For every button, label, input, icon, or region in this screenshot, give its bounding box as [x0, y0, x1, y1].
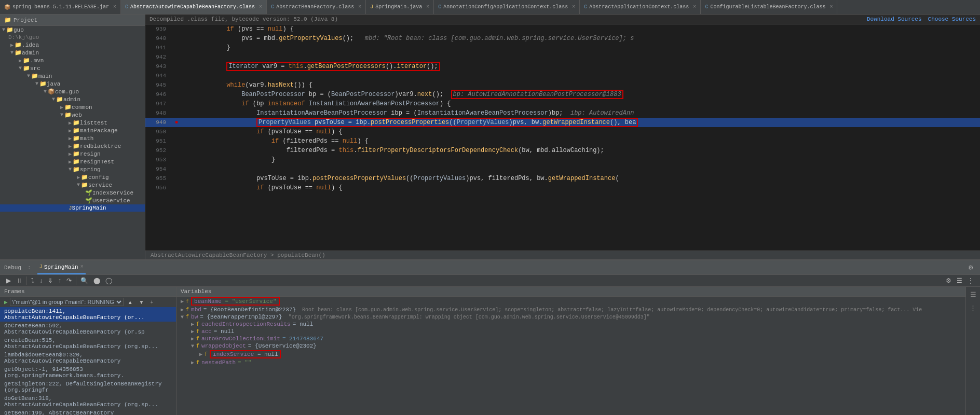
- var-item-cached[interactable]: ▶ f cachedIntrospectionResults = null: [176, 321, 965, 328]
- folder-icon: 📁: [56, 96, 63, 103]
- code-line-956: 956 if (pvsToUse == null) {: [145, 183, 980, 192]
- frame-item-lambda[interactable]: lambda$doGetBean$0:320, AbstractAutowire…: [0, 351, 176, 365]
- tab-close[interactable]: ×: [572, 4, 575, 10]
- tab-abstract-app[interactable]: C AbstractApplicationContext.class ×: [580, 0, 701, 14]
- tree-item-guo[interactable]: ▼ 📁 guo: [0, 26, 145, 34]
- step-into-libs-btn[interactable]: ⇓: [46, 276, 55, 285]
- tab-spring-beans-jar[interactable]: 📦 spring-beans-5.1.11.RELEASE.jar ×: [0, 0, 121, 14]
- tree-item-redblacktree[interactable]: ▶ 📁 redblacktree: [0, 142, 145, 150]
- tree-item-user-service[interactable]: 🌱 UserService: [0, 197, 145, 204]
- var-item-bw[interactable]: ▼ f bw = {BeanWrapperImpl@2297} "org.spr…: [176, 313, 965, 321]
- code-line-949: 949 ● PropertyValues pvsToUse = ibp.post…: [145, 118, 980, 127]
- frame-item-get-singleton[interactable]: getSingleton:222, DefaultSingletonBeanRe…: [0, 380, 176, 394]
- tree-item-admin[interactable]: ▼ 📁 admin: [0, 49, 145, 57]
- var-name: acc: [201, 328, 212, 335]
- step-over-btn[interactable]: ⤵: [29, 276, 36, 285]
- line-gutter: [171, 80, 182, 90]
- step-out-btn[interactable]: ↑: [56, 276, 63, 285]
- tab-close[interactable]: ×: [113, 4, 116, 10]
- frame-item-do-get-bean[interactable]: doGetBean:318, AbstractAutowireCapableBe…: [0, 394, 176, 409]
- evaluate-btn[interactable]: 🔍: [78, 276, 90, 285]
- line-content: [182, 52, 980, 62]
- tree-item-mvn[interactable]: ▶ 📁 .mvn: [0, 57, 145, 64]
- code-container[interactable]: 939 if (pvs == null) { 940 pvs = mbd.get…: [145, 24, 980, 251]
- tree-item-path[interactable]: D:\kj\guo: [0, 34, 145, 41]
- mute-btn[interactable]: ◯: [103, 276, 114, 285]
- step-into-btn[interactable]: ↓: [37, 276, 45, 285]
- tab-close[interactable]: ×: [259, 4, 262, 10]
- tab-close[interactable]: ×: [358, 4, 361, 10]
- tab-close[interactable]: ×: [829, 4, 833, 10]
- tab-label: AnnotationConfigApplicationContext.class: [443, 4, 568, 10]
- layout-side-btn[interactable]: ☰: [968, 289, 979, 300]
- thread-up-btn[interactable]: ▲: [126, 298, 135, 306]
- tree-item-spring-main[interactable]: J SpringMain: [0, 204, 145, 212]
- tree-item-config[interactable]: ▶ 📁 config: [0, 173, 145, 181]
- frame-item-do-create-bean[interactable]: doCreateBean:592, AbstractAutowireCapabl…: [0, 322, 176, 336]
- var-item-nested-path[interactable]: ▶ f nestedPath = "": [176, 359, 965, 366]
- tree-item-index-service[interactable]: 🌱 IndexService: [0, 189, 145, 197]
- var-item-wrapped-object[interactable]: ▼ f wrappedObject = {UserService@2302}: [176, 342, 965, 350]
- settings-debug-btn[interactable]: ⚙: [944, 276, 954, 285]
- frame-label: getSingleton:222, DefaultSingletonBeanRe…: [4, 381, 162, 393]
- tree-item-listtest[interactable]: ▶ 📁 listtest: [0, 119, 145, 127]
- thread-item[interactable]: ▶ \"main\"@1 in group \"main\": RUNNING …: [0, 297, 176, 307]
- settings-button[interactable]: ⚙: [966, 263, 976, 272]
- tree-item-mainpackage[interactable]: ▶ 📁 mainPackage: [0, 127, 145, 134]
- var-item-acc[interactable]: ▶ f acc = null: [176, 328, 965, 335]
- tree-item-common[interactable]: ▶ 📁 common: [0, 103, 145, 111]
- frame-item-populate-bean[interactable]: populateBean:1411, AbstractAutowireCapab…: [0, 307, 176, 322]
- tab-annotation-config[interactable]: C AnnotationConfigApplicationContext.cla…: [434, 0, 580, 14]
- tree-item-com-guo[interactable]: ▼ 📦 com.guo: [0, 88, 145, 95]
- tab-abstract-autowire[interactable]: C AbstractAutowireCapableBeanFactory.cla…: [121, 0, 267, 14]
- pause-button[interactable]: ⏸: [14, 276, 24, 285]
- folder-icon: 📁: [81, 174, 88, 181]
- tree-item-web[interactable]: ▼ 📁 web: [0, 111, 145, 119]
- frame-item-get-bean[interactable]: getBean:199, AbstractBeanFactory (org.sp…: [0, 409, 176, 415]
- spring-icon: 🌱: [85, 189, 92, 196]
- code-line-948: 948 InstantiationAwareBeanPostProcessor …: [145, 108, 980, 118]
- frame-item-create-bean[interactable]: createBean:515, AbstractAutowireCapableB…: [0, 336, 176, 351]
- tree-item-resigntest[interactable]: ▶ 📁 resignTest: [0, 158, 145, 165]
- var-item-mbd[interactable]: ▶ f mbd = {RootBeanDefinition@2237} Root…: [176, 306, 965, 313]
- tree-item-admin-sub[interactable]: ▼ 📁 admin: [0, 95, 145, 103]
- layout-btn[interactable]: ☰: [955, 276, 964, 285]
- thread-down-btn[interactable]: ▼: [137, 298, 146, 306]
- tree-item-spring[interactable]: ▼ 📁 spring: [0, 165, 145, 173]
- debug-spring-main-tab[interactable]: J SpringMain ×: [37, 260, 86, 274]
- expand-arrow: ▶: [191, 359, 194, 366]
- var-item-auto-grow[interactable]: ▶ f autoGrowCollectionLimit = 2147483647: [176, 335, 965, 342]
- main-area: 📁 Project ▼ 📁 guo D:\kj\guo ▶ 📁 .idea ▼ …: [0, 15, 980, 259]
- tab-close[interactable]: ×: [426, 4, 429, 10]
- folder-icon: 📁: [23, 65, 30, 72]
- tab-spring-main[interactable]: J SpringMain.java ×: [366, 0, 434, 14]
- more-btn[interactable]: ⋮: [965, 276, 976, 285]
- project-icon: 📁: [4, 17, 11, 23]
- tab-close-icon[interactable]: ×: [80, 264, 84, 270]
- frame-item-get-object[interactable]: getObject:-1, 914356853 (org.springframe…: [0, 365, 176, 380]
- tree-item-service[interactable]: ▼ 📁 service: [0, 181, 145, 189]
- code-line-940: 940 pvs = mbd.getPropertyValues(); mbd: …: [145, 34, 980, 43]
- tab-abstract-bean[interactable]: C AbstractBeanFactory.class ×: [267, 0, 366, 14]
- run-to-cursor-btn[interactable]: ↷: [64, 276, 74, 285]
- var-item-bean-name[interactable]: ▶ f beanName = "userService": [176, 297, 965, 306]
- breakpoints-btn[interactable]: ⬤: [91, 276, 102, 285]
- tree-item-math[interactable]: ▶ 📁 math: [0, 134, 145, 142]
- tree-item-idea[interactable]: ▶ 📁 .idea: [0, 41, 145, 49]
- tree-item-java[interactable]: ▼ 📁 java: [0, 80, 145, 88]
- tab-close[interactable]: ×: [693, 4, 696, 10]
- more-side-btn[interactable]: ⋮: [968, 302, 979, 314]
- tree-item-resign[interactable]: ▶ 📁 resign: [0, 150, 145, 158]
- choose-sources-link[interactable]: Choose Sources: [928, 16, 976, 22]
- tab-configurable-listable[interactable]: C ConfigurableListableBeanFactory.class …: [701, 0, 837, 14]
- thread-selector[interactable]: \"main\"@1 in group \"main\": RUNNING: [10, 298, 124, 306]
- tree-item-src[interactable]: ▼ 📁 src: [0, 64, 145, 72]
- line-gutter: [171, 71, 182, 80]
- resume-button[interactable]: ▶: [4, 276, 13, 285]
- var-item-index-service[interactable]: ▶ f indexService = null: [176, 350, 965, 359]
- code-line-947: 947 if (bp instanceof InstantiationAware…: [145, 99, 980, 108]
- tree-item-main[interactable]: ▼ 📁 main: [0, 72, 145, 80]
- download-sources-link[interactable]: Download Sources: [867, 16, 922, 22]
- add-btn[interactable]: +: [148, 298, 155, 306]
- line-gutter: [171, 146, 182, 155]
